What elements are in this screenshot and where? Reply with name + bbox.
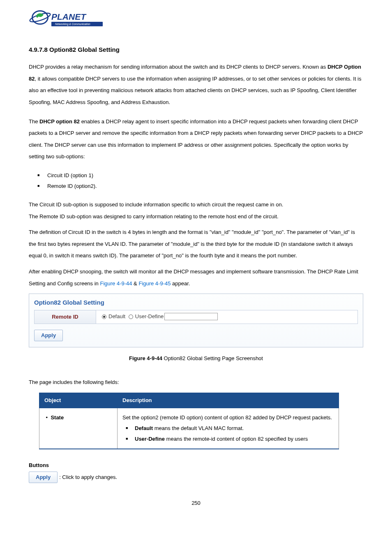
- col-header-description: Description: [118, 393, 339, 408]
- radio-userdef-label: User-Define: [135, 313, 164, 320]
- apply-button-sample[interactable]: Apply: [29, 472, 58, 483]
- panel-table: Remote ID Default User-Define: [34, 310, 358, 324]
- figure-link-2[interactable]: Figure 4-9-45: [138, 280, 171, 287]
- intro-paragraph-1: DHCP provides a relay mechanism for send…: [29, 61, 363, 108]
- buttons-heading: Buttons: [29, 462, 363, 469]
- object-cell: • State: [39, 408, 118, 449]
- figure-caption: Figure 4-9-44 Option82 Global Setting Pa…: [29, 355, 363, 362]
- list-item: Circuit ID (option 1): [47, 170, 363, 181]
- apply-button-description: : Click to apply changes.: [59, 474, 117, 481]
- svg-text:Networking & Communication: Networking & Communication: [55, 23, 90, 26]
- apply-button[interactable]: Apply: [34, 330, 63, 341]
- col-header-object: Object: [39, 393, 118, 408]
- page-number: 250: [29, 500, 363, 507]
- figure-link-1[interactable]: Figure 4-9-44: [100, 280, 132, 287]
- list-item: Remote ID (option2).: [47, 181, 363, 192]
- circuit-id-paragraph: The Circuit ID sub-option is supposed to…: [29, 199, 363, 211]
- section-heading: 4.9.7.8 Option82 Global Setting: [29, 45, 363, 54]
- radio-default[interactable]: [102, 314, 106, 319]
- option82-panel: Option82 Global Setting Remote ID Defaul…: [29, 294, 363, 347]
- snooping-paragraph: After enabling DHCP snooping, the switch…: [29, 266, 363, 289]
- panel-title: Option82 Global Setting: [34, 298, 358, 307]
- sub-option-list: Circuit ID (option 1) Remote ID (option2…: [29, 170, 363, 192]
- intro-paragraph-2: The DHCP option 82 enables a DHCP relay …: [29, 116, 363, 163]
- circuit-definition-paragraph: The definition of Circuit ID in the swit…: [29, 227, 363, 262]
- user-define-input[interactable]: [164, 313, 218, 320]
- fields-intro: The page includes the following fields:: [29, 379, 363, 386]
- description-table: Object Description • State Set the optio…: [39, 393, 339, 449]
- section-title-text: Option82 Global Setting: [49, 46, 120, 53]
- radio-user-define[interactable]: [129, 314, 133, 319]
- svg-text:PLANET: PLANET: [51, 12, 87, 21]
- remote-id-value-cell: Default User-Define: [96, 310, 358, 324]
- svg-point-1: [29, 12, 51, 23]
- section-number: 4.9.7.8: [29, 46, 48, 53]
- remote-id-label: Remote ID: [35, 310, 96, 324]
- buttons-row: Apply : Click to apply changes.: [29, 472, 363, 483]
- description-cell: Set the option2 (remote ID option) conte…: [118, 408, 339, 449]
- planet-logo-icon: PLANET Networking & Communication: [29, 8, 107, 31]
- remote-id-paragraph: The Remote ID sub-option was designed to…: [29, 211, 363, 223]
- radio-default-label: Default: [108, 313, 125, 320]
- brand-logo: PLANET Networking & Communication: [29, 8, 363, 33]
